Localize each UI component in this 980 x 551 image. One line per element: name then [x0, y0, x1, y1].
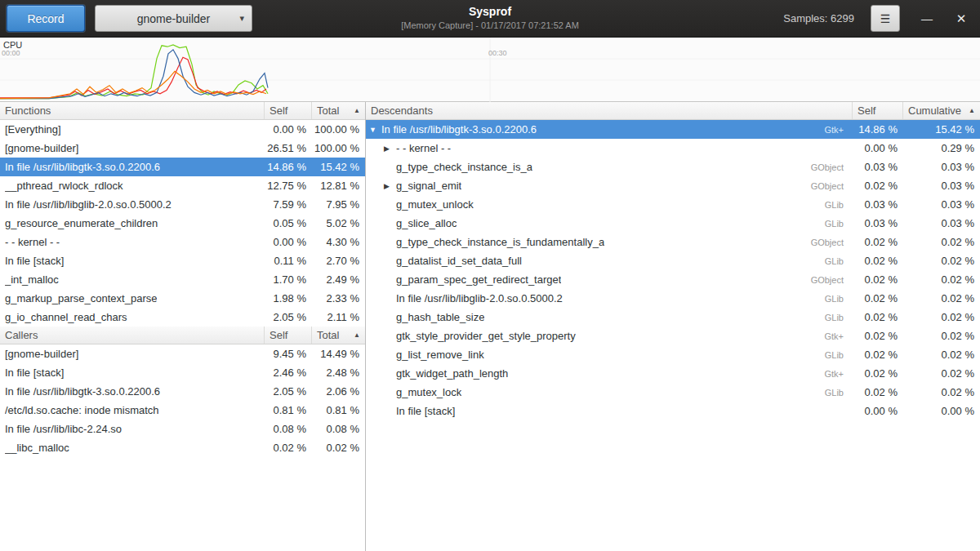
self-value: 1.98 %	[264, 292, 311, 304]
column-header-descendants[interactable]: Descendants	[366, 102, 852, 119]
minimize-button[interactable]: —	[918, 12, 936, 25]
descendant-row[interactable]: ▶- - kernel - -0.00 %0.29 %	[366, 139, 980, 158]
descendant-row[interactable]: g_param_spec_get_redirect_targetGObject0…	[366, 270, 980, 289]
library-tag: GLib	[825, 219, 852, 229]
function-row[interactable]: - - kernel - -0.00 %4.30 %	[0, 233, 365, 251]
descendant-row[interactable]: g_hash_table_sizeGLib0.02 %0.02 %	[366, 308, 980, 327]
function-row[interactable]: In file [stack]0.11 %2.70 %	[0, 251, 365, 270]
descendant-row[interactable]: g_mutex_lockGLib0.02 %0.02 %	[366, 383, 980, 402]
minimize-icon: —	[921, 12, 933, 25]
time-label-mid: 00:30	[488, 49, 507, 57]
self-value: 1.70 %	[264, 273, 311, 286]
function-row[interactable]: In file /usr/lib/libglib-2.0.so.0.5000.2…	[0, 195, 365, 214]
column-header-self[interactable]: Self	[264, 327, 311, 344]
symbol-name: __pthread_rwlock_rdlock	[5, 180, 123, 192]
total-value: 14.49 %	[311, 348, 365, 360]
total-value: 4.30 %	[311, 236, 365, 248]
sort-indicator-icon: ▲	[354, 107, 360, 114]
total-value: 2.48 %	[311, 367, 365, 379]
time-label-start: 00:00	[2, 49, 20, 57]
caller-row[interactable]: __libc_malloc0.02 %0.02 %	[0, 438, 365, 457]
expander-collapsed-icon[interactable]: ▶	[384, 144, 396, 153]
total-value: 15.42 %	[311, 161, 365, 173]
total-value: 0.02 %	[311, 442, 365, 454]
symbol-name: g_mutex_lock	[396, 386, 461, 398]
function-row[interactable]: [gnome-builder]26.51 %100.00 %	[0, 139, 365, 158]
column-header-callers[interactable]: Callers	[0, 327, 264, 344]
descendant-row[interactable]: In file [stack]0.00 %0.00 %	[366, 402, 980, 420]
cumulative-value: 0.00 %	[902, 405, 980, 417]
descendant-row[interactable]: gtk_style_provider_get_style_propertyGtk…	[366, 327, 980, 345]
descendant-row[interactable]: ▶g_signal_emitGObject0.02 %0.03 %	[366, 176, 980, 195]
close-button[interactable]: ✕	[952, 11, 970, 26]
total-value: 2.70 %	[311, 255, 365, 267]
total-value: 2.06 %	[311, 385, 365, 398]
column-header-functions[interactable]: Functions	[0, 102, 264, 119]
expander-expanded-icon[interactable]: ▼	[369, 126, 381, 134]
symbol-name: /etc/ld.so.cache: inode mismatch	[5, 404, 159, 416]
total-value: 12.81 %	[311, 180, 365, 192]
self-value: 0.02 %	[852, 255, 902, 267]
function-row[interactable]: In file /usr/lib/libgtk-3.so.0.2200.614.…	[0, 158, 365, 176]
self-value: 0.00 %	[264, 236, 311, 248]
descendant-row[interactable]: ▼In file /usr/lib/libgtk-3.so.0.2200.6Gt…	[366, 120, 980, 139]
cpu0-green-line	[0, 45, 268, 99]
library-tag: GLib	[825, 200, 852, 210]
caller-row[interactable]: [gnome-builder]9.45 %14.49 %	[0, 344, 365, 363]
function-row[interactable]: _int_malloc1.70 %2.49 %	[0, 270, 365, 289]
descendant-row[interactable]: g_datalist_id_set_data_fullGLib0.02 %0.0…	[366, 251, 980, 270]
descendant-row[interactable]: g_type_check_instance_is_fundamentally_a…	[366, 233, 980, 251]
descendant-row[interactable]: g_slice_allocGLib0.03 %0.03 %	[366, 214, 980, 233]
self-value: 0.05 %	[264, 217, 311, 229]
caller-row[interactable]: In file /usr/lib/libgtk-3.so.0.2200.62.0…	[0, 382, 365, 401]
process-selector-dropdown[interactable]: gnome-builder ▾	[95, 5, 252, 32]
self-value: 0.00 %	[852, 405, 902, 417]
function-row[interactable]: __pthread_rwlock_rdlock12.75 %12.81 %	[0, 176, 365, 195]
descendant-row[interactable]: g_mutex_unlockGLib0.03 %0.03 %	[366, 195, 980, 214]
self-value: 2.46 %	[264, 367, 311, 379]
chevron-down-icon: ▾	[239, 13, 244, 24]
descendant-row[interactable]: gtk_widget_path_lengthGtk+0.02 %0.02 %	[366, 364, 980, 383]
library-tag: Gtk+	[824, 369, 852, 379]
caller-row[interactable]: In file /usr/lib/libc-2.24.so0.08 %0.08 …	[0, 420, 365, 438]
column-header-total[interactable]: Total ▲	[311, 102, 365, 119]
function-row[interactable]: [Everything]0.00 %100.00 %	[0, 120, 365, 139]
function-row[interactable]: g_io_channel_read_chars2.05 %2.11 %	[0, 308, 365, 327]
column-header-total[interactable]: Total ▲	[311, 327, 365, 344]
samples-count: Samples: 6299	[783, 12, 854, 24]
caller-row[interactable]: In file [stack]2.46 %2.48 %	[0, 363, 365, 382]
self-value: 0.11 %	[264, 255, 311, 267]
function-row[interactable]: g_markup_parse_context_parse1.98 %2.33 %	[0, 289, 365, 308]
self-value: 0.02 %	[264, 442, 311, 454]
cpu-usage-chart[interactable]: CPU 00:00 00:30	[0, 38, 980, 102]
column-header-self[interactable]: Self	[264, 102, 311, 119]
self-value: 0.81 %	[264, 404, 311, 416]
caller-row[interactable]: /etc/ld.so.cache: inode mismatch0.81 %0.…	[0, 401, 365, 420]
column-header-cumulative[interactable]: Cumulative ▲	[902, 102, 980, 119]
callers-table-header: Callers Self Total ▲	[0, 327, 365, 344]
cumulative-value: 0.02 %	[902, 367, 980, 380]
menu-button[interactable]: ☰	[871, 5, 900, 32]
functions-table-header: Functions Self Total ▲	[0, 102, 365, 120]
self-value: 14.86 %	[264, 161, 311, 173]
symbol-name: g_hash_table_size	[396, 311, 484, 323]
cumulative-value: 0.03 %	[902, 180, 980, 192]
symbol-name: [gnome-builder]	[5, 348, 78, 360]
symbol-name: g_resource_enumerate_children	[5, 217, 158, 229]
symbol-name: In file /usr/lib/libglib-2.0.so.0.5000.2	[396, 292, 563, 304]
sort-indicator-icon: ▲	[969, 107, 975, 114]
descendant-row[interactable]: In file /usr/lib/libglib-2.0.so.0.5000.2…	[366, 289, 980, 308]
symbol-name: g_signal_emit	[396, 180, 461, 192]
symbol-name: g_param_spec_get_redirect_target	[396, 273, 561, 286]
self-value: 9.45 %	[264, 348, 311, 360]
function-row[interactable]: g_resource_enumerate_children0.05 %5.02 …	[0, 214, 365, 233]
self-value: 0.03 %	[852, 217, 902, 229]
record-button[interactable]: Record	[7, 5, 85, 32]
descendant-row[interactable]: g_list_remove_linkGLib0.02 %0.02 %	[366, 345, 980, 364]
cumulative-value: 0.02 %	[902, 273, 980, 286]
symbol-name: g_type_check_instance_is_a	[396, 161, 532, 173]
expander-collapsed-icon[interactable]: ▶	[384, 182, 396, 190]
column-header-self[interactable]: Self	[852, 102, 902, 119]
total-value: 100.00 %	[311, 123, 365, 136]
descendant-row[interactable]: g_type_check_instance_is_aGObject0.03 %0…	[366, 158, 980, 176]
